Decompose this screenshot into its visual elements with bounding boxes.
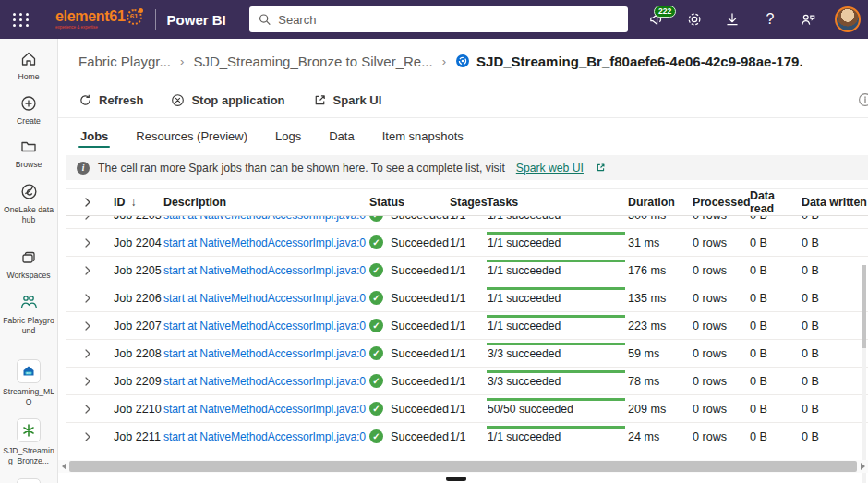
tab-item-snapshots[interactable]: Item snapshots (382, 129, 464, 151)
row-expand-chevron[interactable] (66, 405, 114, 414)
job-description-link[interactable]: start at NativeMethodAccessorImpl.java:0 (163, 216, 366, 222)
tab-data[interactable]: Data (329, 129, 354, 151)
table-row[interactable]: Job 2209 start at NativeMethodAccessorIm… (66, 368, 868, 395)
search-input[interactable] (278, 13, 619, 27)
account-avatar[interactable] (835, 6, 861, 32)
row-expand-chevron[interactable] (66, 238, 114, 248)
sidebar-item-sjd-streaming-bronze[interactable]: SJD_Streaming_Bronze... (1, 418, 56, 465)
task-progress-bar (487, 370, 625, 373)
job-description-link[interactable]: start at NativeMethodAccessorImpl.java:0 (163, 375, 366, 388)
row-expand-chevron[interactable] (66, 294, 114, 303)
application-toolbar: Refresh Stop application Spark UI (58, 83, 868, 118)
horizontal-scrollbar-thumb[interactable] (69, 461, 857, 472)
breadcrumb-workspace[interactable]: Fabric Playgr... (78, 54, 171, 69)
app-launcher-waffle-icon[interactable] (0, 0, 42, 39)
settings-gear-icon[interactable] (680, 5, 709, 34)
sidebar-item-create[interactable]: Create (1, 94, 56, 127)
row-expand-chevron[interactable] (66, 349, 114, 358)
expand-all-chevron[interactable] (66, 198, 114, 207)
spark-jobs-table: ID↓ Description Status Stages Tasks Dura… (66, 188, 868, 450)
column-header-processed[interactable]: Processed (693, 196, 750, 209)
succeeded-check-icon: ✓ (369, 374, 383, 388)
row-expand-chevron[interactable] (66, 432, 114, 441)
spark-ui-button[interactable]: Spark UI (313, 93, 382, 107)
tab-logs[interactable]: Logs (275, 129, 301, 151)
table-row[interactable]: Job 2211 start at NativeMethodAccessorIm… (66, 423, 868, 450)
row-expand-chevron[interactable] (66, 266, 114, 275)
column-header-status[interactable]: Status (369, 196, 450, 209)
stop-circle-icon (171, 93, 185, 107)
scroll-right-arrow-icon[interactable] (857, 460, 868, 473)
row-expand-chevron[interactable] (66, 377, 114, 386)
job-description-link[interactable]: start at NativeMethodAccessorImpl.java:0 (163, 236, 366, 249)
global-search[interactable] (249, 6, 628, 32)
info-icon[interactable] (858, 92, 868, 110)
table-row[interactable]: Job 2210 start at NativeMethodAccessorIm… (66, 395, 868, 423)
job-processed: 0 rows (693, 320, 750, 332)
logo-text: element61 (55, 9, 126, 24)
job-description-link[interactable]: start at NativeMethodAccessorImpl.java:0 (163, 292, 366, 305)
tab-resources[interactable]: Resources (Preview) (136, 129, 247, 151)
whats-new-icon[interactable]: 222 (642, 5, 671, 34)
column-header-data-read[interactable]: Data read (750, 189, 802, 215)
job-description-link[interactable]: start at NativeMethodAccessorImpl.java:0 (163, 347, 366, 360)
column-header-duration[interactable]: Duration (628, 196, 693, 209)
task-progress-bar (487, 287, 625, 290)
job-description-link[interactable]: start at NativeMethodAccessorImpl.java:0 (163, 430, 366, 443)
row-expand-chevron[interactable] (66, 216, 114, 220)
refresh-button[interactable]: Refresh (78, 93, 143, 107)
sidebar-item-home[interactable]: Home (1, 50, 56, 82)
sidebar-item-fabric-playground[interactable]: Fabric Playground (1, 292, 56, 335)
spark-web-ui-link[interactable]: Spark web UI (516, 162, 584, 175)
banner-text: The cell ran more Spark jobs than can be… (98, 162, 505, 175)
column-header-id[interactable]: ID↓ (114, 196, 163, 209)
job-status: ✓ Succeeded (369, 263, 450, 277)
job-duration: 209 ms (628, 403, 693, 416)
home-icon (19, 50, 38, 68)
scroll-left-arrow-icon[interactable] (58, 460, 69, 473)
feedback-icon[interactable] (793, 5, 823, 34)
column-header-data-written[interactable]: Data written (802, 196, 868, 209)
task-progress-bar (487, 398, 625, 401)
sidebar-item-streaming-notebook[interactable]: Streaming_... (1, 478, 56, 483)
vertical-scrollbar[interactable] (862, 265, 866, 483)
table-row[interactable]: Job 2207 start at NativeMethodAccessorIm… (66, 312, 868, 340)
stop-application-button[interactable]: Stop application (171, 93, 284, 107)
column-header-description[interactable]: Description (163, 196, 369, 209)
job-duration: 135 ms (628, 292, 693, 305)
job-stages: 1/1 (450, 320, 487, 332)
help-icon[interactable]: ? (755, 5, 785, 34)
sidebar-item-onelake-data-hub[interactable]: OneLake data hub (1, 182, 56, 224)
sidebar-item-browse[interactable]: Browse (1, 138, 56, 170)
download-icon[interactable] (717, 5, 747, 34)
job-description-link[interactable]: start at NativeMethodAccessorImpl.java:0 (163, 403, 366, 416)
job-data-read: 0 B (750, 216, 802, 222)
table-row[interactable]: Job 2204 start at NativeMethodAccessorIm… (66, 229, 868, 257)
breadcrumb: Fabric Playgr... › SJD_Streaming_Bronze … (58, 39, 868, 83)
job-data-read: 0 B (750, 236, 802, 249)
job-data-read: 0 B (750, 264, 802, 277)
table-row[interactable]: Job 2206 start at NativeMethodAccessorIm… (66, 284, 868, 312)
column-header-stages[interactable]: Stages (450, 196, 487, 209)
folder-icon (19, 138, 38, 156)
breadcrumb-notebook[interactable]: SJD_Streaming_Bronze to Silver_Re... (193, 54, 432, 69)
job-duration: 176 ms (628, 264, 693, 277)
succeeded-check-icon: ✓ (369, 291, 383, 305)
job-description-link[interactable]: start at NativeMethodAccessorImpl.java:0 (163, 320, 366, 332)
succeeded-check-icon: ✓ (369, 263, 383, 277)
column-header-tasks[interactable]: Tasks (487, 196, 628, 209)
row-expand-chevron[interactable] (66, 321, 114, 331)
job-description-link[interactable]: start at NativeMethodAccessorImpl.java:0 (163, 264, 366, 277)
sidebar-item-streaming-mlo[interactable]: Streaming_MLO (1, 359, 56, 406)
vertical-scrollbar-thumb[interactable] (862, 265, 866, 348)
table-row[interactable]: Job 2208 start at NativeMethodAccessorIm… (66, 340, 868, 368)
horizontal-scrollbar[interactable] (58, 460, 868, 473)
tab-jobs[interactable]: Jobs (80, 129, 108, 151)
job-stages: 1/1 (450, 430, 487, 443)
table-row[interactable]: Job 2203 start at NativeMethodAccessorIm… (66, 216, 868, 229)
table-row[interactable]: Job 2205 start at NativeMethodAccessorIm… (66, 257, 868, 284)
job-id: Job 2206 (114, 292, 163, 305)
sidebar-item-workspaces[interactable]: Workspaces (1, 248, 56, 281)
succeeded-check-icon: ✓ (369, 235, 383, 249)
job-stages: 1/1 (450, 292, 487, 305)
